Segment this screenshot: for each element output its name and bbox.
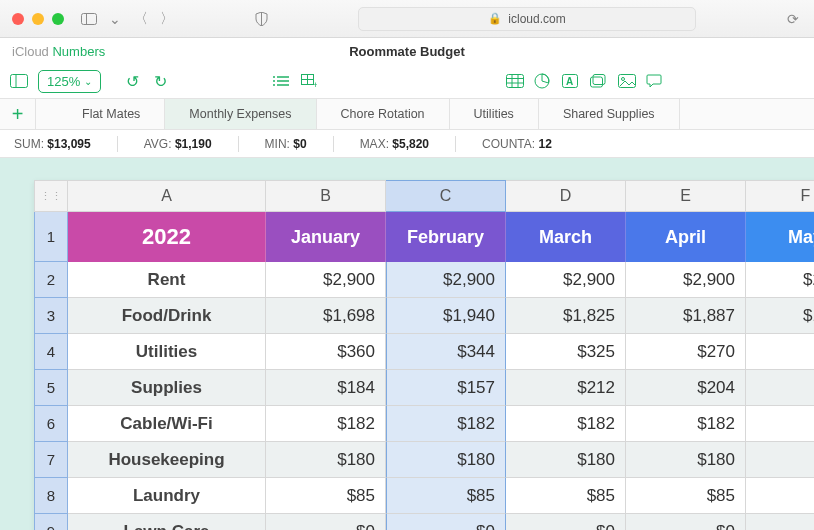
data-cell[interactable]: $180 [626, 442, 746, 478]
chevron-down-icon[interactable]: ⌄ [106, 11, 124, 27]
select-all-corner[interactable]: ⋮⋮ [34, 180, 68, 212]
data-cell[interactable]: $264 [746, 334, 814, 370]
data-cell[interactable]: $344 [386, 334, 506, 370]
data-cell[interactable]: $157 [386, 370, 506, 406]
row-header[interactable]: 5 [34, 370, 68, 406]
row-label-cell[interactable]: Food/Drink [68, 298, 266, 334]
data-cell[interactable]: $182 [386, 406, 506, 442]
data-cell[interactable]: $1,698 [266, 298, 386, 334]
row-label-cell[interactable]: Lawn Care [68, 514, 266, 530]
data-cell[interactable]: $1,887 [626, 298, 746, 334]
data-cell[interactable]: $184 [266, 370, 386, 406]
data-cell[interactable]: $204 [626, 370, 746, 406]
row-label-cell[interactable]: Supplies [68, 370, 266, 406]
minimize-window-button[interactable] [32, 13, 44, 25]
shape-icon[interactable] [590, 74, 612, 88]
month-cell[interactable]: January [266, 212, 386, 262]
data-cell[interactable]: $85 [506, 478, 626, 514]
data-cell[interactable]: $0 [746, 514, 814, 530]
row-label-cell[interactable]: Laundry [68, 478, 266, 514]
data-cell[interactable]: $182 [626, 406, 746, 442]
data-cell[interactable]: $180 [746, 442, 814, 478]
data-cell[interactable]: $182 [746, 406, 814, 442]
column-header[interactable]: E [626, 180, 746, 212]
year-cell[interactable]: 2022 [68, 212, 266, 262]
data-cell[interactable]: $1,825 [506, 298, 626, 334]
row-header[interactable]: 7 [34, 442, 68, 478]
reload-button[interactable]: ⟳ [784, 11, 802, 27]
data-cell[interactable]: $182 [266, 406, 386, 442]
data-cell[interactable]: $180 [266, 442, 386, 478]
row-header[interactable]: 1 [34, 212, 68, 262]
forward-button[interactable]: 〉 [158, 10, 176, 28]
data-cell[interactable]: $0 [266, 514, 386, 530]
data-cell[interactable]: $2,900 [266, 262, 386, 298]
column-header[interactable]: B [266, 180, 386, 212]
data-cell[interactable]: $1,940 [386, 298, 506, 334]
sheet-tab-chore-rotation[interactable]: Chore Rotation [317, 99, 450, 129]
row-header[interactable]: 3 [34, 298, 68, 334]
close-window-button[interactable] [12, 13, 24, 25]
table-format-icon[interactable] [506, 74, 528, 88]
sidebar-toggle-icon[interactable] [80, 13, 98, 25]
data-cell[interactable]: $85 [626, 478, 746, 514]
data-cell[interactable]: $2,900 [626, 262, 746, 298]
sheet-tab-utilities[interactable]: Utilities [450, 99, 539, 129]
row-header[interactable]: 6 [34, 406, 68, 442]
zoom-window-button[interactable] [52, 13, 64, 25]
row-header[interactable]: 4 [34, 334, 68, 370]
data-cell[interactable]: $180 [386, 442, 506, 478]
image-icon[interactable] [618, 74, 640, 88]
shield-icon[interactable] [252, 12, 270, 26]
column-header[interactable]: C [386, 180, 506, 212]
add-sheet-button[interactable]: + [0, 99, 36, 129]
data-cell[interactable]: $180 [506, 442, 626, 478]
column-header[interactable]: A [68, 180, 266, 212]
address-bar[interactable]: 🔒 icloud.com [358, 7, 696, 31]
row-header[interactable]: 2 [34, 262, 68, 298]
text-box-icon[interactable]: A [562, 74, 584, 88]
column-header[interactable]: D [506, 180, 626, 212]
data-cell[interactable]: $2,900 [506, 262, 626, 298]
row-header[interactable]: 9 [34, 514, 68, 530]
row-label-cell[interactable]: Cable/Wi-Fi [68, 406, 266, 442]
month-cell[interactable]: April [626, 212, 746, 262]
panel-toggle-icon[interactable] [10, 74, 32, 88]
data-cell[interactable]: $0 [626, 514, 746, 530]
data-cell[interactable]: $325 [506, 334, 626, 370]
undo-button[interactable]: ↺ [121, 72, 143, 91]
row-label-cell[interactable]: Utilities [68, 334, 266, 370]
data-cell[interactable]: $85 [386, 478, 506, 514]
data-cell[interactable]: $2,900 [386, 262, 506, 298]
data-cell[interactable]: $0 [506, 514, 626, 530]
sheet-tab-flat-mates[interactable]: Flat Mates [36, 99, 165, 129]
data-cell[interactable]: $1,745 [746, 298, 814, 334]
data-cell[interactable]: $270 [626, 334, 746, 370]
zoom-selector[interactable]: 125% ⌄ [38, 70, 101, 93]
insert-table-icon[interactable]: + [301, 74, 323, 88]
sheet-tab-monthly-expenses[interactable]: Monthly Expenses [165, 99, 316, 129]
redo-button[interactable]: ↻ [149, 72, 171, 91]
data-cell[interactable]: $85 [746, 478, 814, 514]
data-cell[interactable]: $2,900 [746, 262, 814, 298]
data-cell[interactable]: $360 [266, 334, 386, 370]
data-cell[interactable]: $0 [386, 514, 506, 530]
data-cell[interactable]: $212 [506, 370, 626, 406]
document-title[interactable]: Roommate Budget [349, 44, 465, 59]
data-cell[interactable]: $191 [746, 370, 814, 406]
data-cell[interactable]: $85 [266, 478, 386, 514]
back-button[interactable]: 〈 [132, 10, 150, 28]
spreadsheet-canvas[interactable]: ⋮⋮ A B C D E F 1 2022 January February M… [0, 158, 814, 530]
month-cell[interactable]: May [746, 212, 814, 262]
sheet-tab-shared-supplies[interactable]: Shared Supplies [539, 99, 680, 129]
data-cell[interactable]: $182 [506, 406, 626, 442]
row-label-cell[interactable]: Rent [68, 262, 266, 298]
row-header[interactable]: 8 [34, 478, 68, 514]
list-icon[interactable] [273, 75, 295, 87]
column-header[interactable]: F [746, 180, 814, 212]
row-label-cell[interactable]: Housekeeping [68, 442, 266, 478]
chart-icon[interactable] [534, 73, 556, 89]
month-cell[interactable]: March [506, 212, 626, 262]
month-cell[interactable]: February [386, 212, 506, 262]
comment-icon[interactable] [646, 74, 668, 88]
